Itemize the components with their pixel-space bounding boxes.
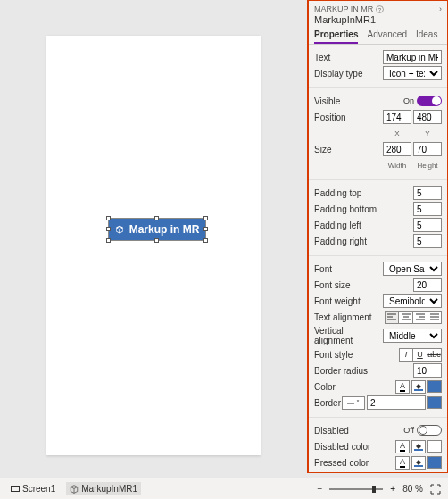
hover-swatch[interactable] — [427, 472, 442, 473]
size-label: Size — [314, 145, 383, 154]
panel-tabs: Properties Advanced Ideas — [309, 27, 447, 45]
align-left-button[interactable] — [385, 311, 399, 324]
italic-button[interactable]: I — [399, 348, 413, 362]
disabled-fill-button[interactable] — [411, 440, 426, 453]
pressed-color-label: Pressed color — [314, 458, 395, 468]
visible-label: Visible — [314, 96, 403, 106]
svg-rect-3 — [414, 449, 423, 451]
vert-align-label: Vertical alignment — [314, 326, 383, 345]
pressed-fill-button[interactable] — [411, 456, 426, 470]
color-label: Color — [314, 382, 395, 392]
font-size-input[interactable] — [413, 278, 442, 292]
canvas-area[interactable]: Markup in MR — [0, 0, 307, 473]
font-select[interactable]: Open Sans — [383, 262, 442, 276]
border-style-select[interactable]: — ˅ — [342, 396, 365, 410]
svg-rect-2 — [414, 389, 423, 391]
text-label: Text — [314, 53, 383, 62]
font-style-label: Font style — [314, 350, 399, 360]
pressed-swatch[interactable] — [427, 456, 442, 469]
fit-screen-icon[interactable] — [430, 484, 441, 495]
disabled-label: Disabled — [314, 426, 403, 436]
size-w-input[interactable] — [383, 142, 411, 156]
selected-control[interactable]: Markup in MR — [109, 219, 205, 240]
breadcrumb-control[interactable]: MarkupInMR1 — [66, 482, 141, 495]
disabled-swatch[interactable] — [427, 440, 442, 453]
zoom-out-button[interactable]: − — [318, 484, 323, 494]
align-justify-button[interactable] — [427, 311, 442, 324]
border-width-input[interactable] — [367, 395, 426, 410]
bucket-icon — [414, 382, 423, 391]
font-color-icon: A — [400, 457, 405, 468]
pad-top-input[interactable] — [413, 186, 442, 200]
cube-icon — [70, 485, 79, 494]
disabled-font-color-button[interactable]: A — [395, 440, 410, 453]
italic-icon: I — [405, 350, 408, 359]
svg-rect-4 — [414, 465, 423, 467]
zoom-level: 80 % — [402, 484, 423, 494]
underline-icon: U — [417, 350, 423, 359]
pad-top-label: Padding top — [314, 188, 413, 198]
font-weight-label: Font weight — [314, 296, 383, 306]
size-h-input[interactable] — [413, 142, 442, 156]
align-right-button[interactable] — [413, 311, 427, 324]
cube-icon — [115, 225, 124, 234]
display-type-label: Display type — [314, 69, 383, 79]
hover-font-color-button[interactable]: A — [395, 472, 410, 474]
strike-button[interactable]: abc — [427, 348, 442, 362]
panel-category: MARKUP IN MR ? › — [314, 4, 442, 13]
tab-ideas[interactable]: Ideas — [416, 29, 437, 44]
font-color-icon: A — [400, 441, 405, 452]
breadcrumb-screen[interactable]: Screen1 — [7, 482, 59, 495]
vert-align-select[interactable]: Middle — [383, 329, 442, 343]
align-left-icon — [387, 313, 396, 320]
fill-color-button[interactable] — [411, 380, 426, 394]
color-swatch[interactable] — [427, 380, 442, 393]
border-radius-label: Border radius — [314, 366, 413, 376]
bucket-icon — [414, 458, 423, 467]
font-color-button[interactable]: A — [395, 380, 410, 394]
pad-left-input[interactable] — [413, 218, 442, 232]
visible-toggle[interactable] — [417, 96, 442, 106]
svg-rect-6 — [12, 486, 20, 491]
border-label: Border — [314, 398, 342, 408]
font-label: Font — [314, 264, 383, 274]
info-icon[interactable]: ? — [376, 5, 384, 13]
disabled-toggle[interactable] — [417, 425, 442, 436]
strike-icon: abc — [427, 350, 441, 359]
position-y-input[interactable] — [413, 110, 442, 124]
control-label: Markup in MR — [129, 223, 200, 236]
screen-icon — [11, 485, 20, 494]
pad-left-label: Padding left — [314, 220, 413, 230]
pressed-font-color-button[interactable]: A — [395, 456, 410, 470]
svg-text:?: ? — [378, 6, 381, 12]
position-x-input[interactable] — [383, 110, 411, 124]
border-radius-input[interactable] — [413, 363, 442, 378]
align-center-icon — [402, 313, 411, 320]
status-bar: Screen1 MarkupInMR1 − + 80 % — [0, 478, 448, 499]
pad-bottom-input[interactable] — [413, 202, 442, 216]
markup-in-mr-button[interactable]: Markup in MR — [109, 219, 205, 240]
tab-advanced[interactable]: Advanced — [367, 29, 406, 44]
font-size-label: Font size — [314, 280, 413, 290]
device-canvas[interactable]: Markup in MR — [46, 36, 261, 455]
control-name: MarkupInMR1 — [314, 14, 442, 25]
display-type-select[interactable]: Icon + text — [383, 66, 442, 80]
font-weight-select[interactable]: Semibold — [383, 294, 442, 308]
pad-right-input[interactable] — [413, 234, 442, 248]
zoom-slider[interactable] — [329, 488, 383, 490]
text-input[interactable] — [383, 50, 442, 64]
align-justify-icon — [430, 313, 439, 320]
border-swatch[interactable] — [427, 396, 442, 409]
hover-fill-button[interactable] — [411, 472, 426, 474]
pad-bottom-label: Padding bottom — [314, 204, 413, 214]
expand-icon[interactable]: › — [439, 4, 442, 13]
disabled-color-label: Disabled color — [314, 442, 395, 452]
align-center-button[interactable] — [399, 311, 413, 324]
visible-state: On — [403, 96, 414, 105]
properties-panel: MARKUP IN MR ? › MarkupInMR1 Properties … — [307, 0, 448, 473]
font-color-icon: A — [400, 381, 405, 392]
tab-properties[interactable]: Properties — [314, 29, 358, 44]
zoom-in-button[interactable]: + — [390, 484, 395, 494]
text-align-label: Text alignment — [314, 312, 385, 322]
underline-button[interactable]: U — [413, 348, 427, 362]
